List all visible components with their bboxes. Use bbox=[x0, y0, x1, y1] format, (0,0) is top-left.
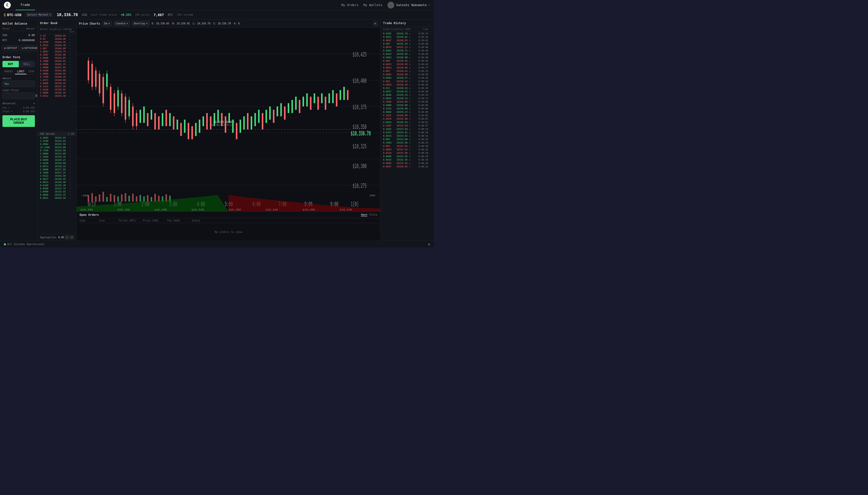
ob-buy-row[interactable]: 0.003710326.45- bbox=[37, 177, 76, 181]
ob-buy-row[interactable]: 0.099910329.25- bbox=[37, 158, 76, 161]
limit-tab[interactable]: LIMIT bbox=[15, 69, 26, 74]
select-market-button[interactable]: Select Market ▾ bbox=[26, 13, 53, 17]
ob-buy-row[interactable]: 0.759910332.90- bbox=[37, 149, 76, 152]
top-nav: C Trade My Orders My Wallets Satoshi Nak… bbox=[0, 0, 434, 10]
svg-text:$10,375: $10,375 bbox=[353, 104, 367, 110]
svg-rect-76 bbox=[291, 100, 293, 113]
ob-sell-row[interactable]: 3.1410344.45- bbox=[37, 34, 76, 37]
ob-sell-row[interactable]: 1.00710344.00- bbox=[37, 47, 76, 50]
ob-sell-row[interactable]: 0.0110344.40- bbox=[37, 37, 76, 40]
svg-rect-51 bbox=[199, 120, 200, 133]
agg-decrease-button[interactable]: − bbox=[65, 235, 69, 239]
trade-history-row: 0.002710330.95 ↗9:48:22 bbox=[381, 165, 434, 168]
settings-icon[interactable]: ⚙ bbox=[428, 242, 430, 246]
ob-buy-row[interactable]: 0.002110324.50- bbox=[37, 197, 76, 200]
plus-circle-icon: ⊕ bbox=[4, 47, 6, 49]
app-logo[interactable]: C bbox=[4, 2, 11, 8]
buy-tab[interactable]: BUY bbox=[2, 61, 19, 67]
svg-rect-59 bbox=[228, 113, 230, 123]
ob-sell-row[interactable]: 0.100010342.65- bbox=[37, 59, 76, 63]
timeframe-selector[interactable]: 5m ▾ bbox=[102, 21, 112, 26]
ob-sell-row[interactable]: 2.414410336.55- bbox=[37, 88, 76, 91]
deposit-button[interactable]: ⊕ DEPOSIT bbox=[2, 45, 19, 51]
max-link[interactable]: Max bbox=[5, 83, 9, 85]
overlay-selector[interactable]: Overlay ▾ bbox=[132, 21, 150, 26]
ob-buy-row[interactable]: 2.510010334.95- bbox=[37, 139, 76, 142]
trade-history-row: 0.00710335.29 ↗9:49:48 bbox=[381, 42, 434, 45]
oo-tab-fills[interactable]: Fills bbox=[370, 213, 377, 217]
ob-buy-row[interactable]: 0.100010327.25- bbox=[37, 171, 76, 174]
ob-sell-row[interactable]: 3.000010339.25- bbox=[37, 82, 76, 85]
ob-sell-row[interactable]: 3.000010336.35- bbox=[37, 91, 76, 94]
ob-sell-row[interactable]: 0.068810342.15- bbox=[37, 63, 76, 66]
ohlcv-c: C: 10,336.78 bbox=[213, 22, 231, 25]
svg-rect-49 bbox=[192, 126, 193, 139]
ob-sell-row[interactable]: 0.100710342.90- bbox=[37, 53, 76, 56]
ob-buy-row[interactable]: 0.002310326.40- bbox=[37, 181, 76, 184]
svg-rect-68 bbox=[262, 113, 263, 129]
svg-rect-43 bbox=[169, 113, 171, 126]
ob-sell-row[interactable]: 0.610010341.80- bbox=[37, 69, 76, 72]
ob-buy-row[interactable]: 25.310010333.00- bbox=[37, 146, 76, 149]
place-order-button[interactable]: PLACE BUY ORDER bbox=[2, 115, 35, 127]
oo-title: Open Orders bbox=[80, 213, 99, 217]
stop-tab[interactable]: STOP bbox=[26, 69, 36, 74]
ob-buy-row[interactable]: 6.000010325.25- bbox=[37, 193, 76, 197]
trade-history-row: 0.095210336.81 ↗9:50:14 bbox=[381, 35, 434, 38]
ob-buy-row[interactable]: 3.000010331.00- bbox=[37, 152, 76, 155]
asset-name-btc: BTC bbox=[2, 39, 7, 42]
advanced-row[interactable]: Advanced ▾ bbox=[2, 101, 35, 106]
change-label: 24h price bbox=[135, 13, 150, 16]
ob-buy-row[interactable]: 1.290410329.35- bbox=[37, 155, 76, 158]
svg-rect-78 bbox=[299, 100, 300, 113]
ob-buy-row[interactable]: 1.032210326.50- bbox=[37, 174, 76, 177]
chart-panel: Price Charts 5m ▾ Candle ▾ Overlay ▾ O: … bbox=[77, 19, 380, 241]
chart-nav-right-button[interactable]: ▶ bbox=[373, 21, 378, 26]
nav-tab-trade[interactable]: Trade bbox=[16, 0, 35, 10]
trade-history-row: 0.002310333.01 ↗9:48:53 bbox=[381, 134, 434, 137]
ob-sell-row[interactable]: 0.592210344.30- bbox=[37, 44, 76, 47]
btc-icon: ₿ bbox=[4, 13, 5, 17]
ob-sell-row[interactable]: 2.000010342.85- bbox=[37, 56, 76, 59]
ob-buy-row[interactable]: 3.026810329.00- bbox=[37, 161, 76, 165]
limit-price-input[interactable] bbox=[5, 94, 37, 98]
nav-link-orders[interactable]: My Orders bbox=[341, 3, 358, 7]
ob-sell-row[interactable]: 0.299910344.35- bbox=[37, 40, 76, 44]
ob-buy-row[interactable]: 0.616810326.30- bbox=[37, 184, 76, 187]
amount-input[interactable] bbox=[9, 82, 37, 86]
ob-sell-row[interactable]: 0.759910340.35- bbox=[37, 75, 76, 79]
ob-sell-row[interactable]: 0.132110337.35- bbox=[37, 85, 76, 88]
ohlcv-l: L: 10,336.78 bbox=[193, 22, 210, 25]
ob-sell-row[interactable]: 2.000010341.95- bbox=[37, 66, 76, 69]
market-tab[interactable]: MARKET bbox=[2, 69, 15, 74]
trade-history-row: 0.296810336.80 ↗9:49:06 bbox=[381, 100, 434, 103]
ob-buy-row[interactable]: 0.098410333.50- bbox=[37, 142, 76, 146]
ob-sell-row[interactable]: 1.437110340.00- bbox=[37, 79, 76, 82]
user-avatar bbox=[388, 2, 394, 8]
oo-body: No orders to show bbox=[77, 223, 380, 241]
th-time-header: Time bbox=[413, 28, 428, 31]
oo-tab-open[interactable]: Open bbox=[361, 213, 367, 217]
wallet-actions: ⊕ DEPOSIT ⊖ WITHDRAW bbox=[2, 45, 35, 51]
ob-buy-row[interactable]: 4.404510335.05- bbox=[37, 136, 76, 139]
price-chart-svg[interactable]: $10,425 $10,400 $10,375 $10,350 $10,336.… bbox=[77, 28, 380, 211]
nav-link-wallets[interactable]: My Wallets bbox=[363, 3, 382, 7]
ob-sell-row[interactable]: 5.601110336.30- bbox=[37, 94, 76, 98]
ob-buy-row[interactable]: 1.000010325.45- bbox=[37, 190, 76, 193]
ob-buy-row[interactable]: 1.000010327.95- bbox=[37, 168, 76, 171]
svg-rect-41 bbox=[162, 113, 163, 126]
sell-tab[interactable]: SELL bbox=[19, 61, 35, 67]
svg-rect-69 bbox=[265, 110, 267, 123]
svg-rect-40 bbox=[158, 117, 160, 130]
order-book-title: Order Book bbox=[37, 19, 76, 27]
ob-buy-row[interactable]: 0.001110328.15- bbox=[37, 165, 76, 168]
ob-sell-row[interactable]: 1.004710343.75- bbox=[37, 50, 76, 53]
user-info[interactable]: Satoshi Nakamoto ▾ bbox=[388, 2, 430, 8]
agg-increase-button[interactable]: + bbox=[70, 235, 74, 239]
ob-buy-row[interactable]: 0.050010325.75- bbox=[37, 187, 76, 190]
svg-text:300: 300 bbox=[369, 194, 375, 197]
ob-sell-row[interactable]: 1.000010340.65- bbox=[37, 72, 76, 75]
th-size-header: Trade Size bbox=[383, 28, 396, 31]
withdraw-button[interactable]: ⊖ WITHDRAW bbox=[20, 45, 37, 51]
chart-type-selector[interactable]: Candle ▾ bbox=[114, 21, 130, 26]
